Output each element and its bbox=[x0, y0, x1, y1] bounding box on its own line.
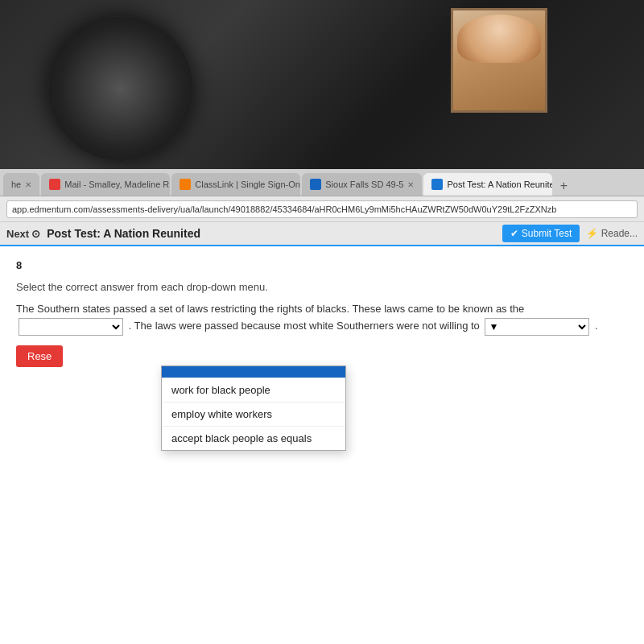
tab-sioux[interactable]: Sioux Falls SD 49-5 ✕ bbox=[302, 173, 422, 196]
tab-he[interactable]: he ✕ bbox=[3, 173, 39, 196]
question-text: The Southern states passed a set of laws… bbox=[16, 301, 628, 336]
question-part1: The Southern states passed a set of laws… bbox=[16, 303, 524, 315]
physical-background bbox=[0, 0, 644, 185]
submit-label: Submit Test bbox=[522, 228, 572, 239]
question-part2: . The laws were passed because most whit… bbox=[129, 320, 480, 332]
content-area: 8 Select the correct answer from each dr… bbox=[0, 246, 644, 644]
tab-sioux-label: Sioux Falls SD 49-5 bbox=[325, 180, 403, 189]
checkmark-icon: ✔ bbox=[510, 228, 518, 239]
toolbar: Next ⊙ Post Test: A Nation Reunited ✔ Su… bbox=[0, 222, 644, 246]
tab-classlink-label: ClassLink | Single Sign-On for Ec bbox=[195, 180, 300, 189]
next-button[interactable]: Next ⊙ bbox=[6, 228, 40, 240]
address-input[interactable] bbox=[6, 200, 638, 218]
page-title: Post Test: A Nation Reunited bbox=[47, 227, 496, 240]
dropdown-option-work[interactable]: work for black people bbox=[162, 378, 345, 402]
dropdown-2[interactable]: ▼ bbox=[485, 318, 589, 336]
next-icon: ⊙ bbox=[31, 228, 40, 240]
tab-he-close[interactable]: ✕ bbox=[25, 180, 31, 189]
classlink-favicon bbox=[180, 179, 191, 190]
reader-icon: ⚡ bbox=[586, 228, 598, 239]
tab-he-label: he bbox=[11, 180, 21, 189]
reader-label: Reade... bbox=[601, 228, 638, 239]
dropdown-option-employ[interactable]: employ white workers bbox=[162, 402, 345, 427]
dropdown-option-highlighted[interactable] bbox=[162, 366, 345, 378]
period: . bbox=[595, 320, 598, 332]
mail-favicon bbox=[49, 179, 60, 190]
new-tab-button[interactable]: + bbox=[554, 176, 573, 196]
instruction-text: Select the correct answer from each drop… bbox=[16, 281, 628, 293]
tab-classlink[interactable]: ClassLink | Single Sign-On for Ec ✕ bbox=[171, 173, 300, 196]
browser-window: he ✕ Mail - Smalley, Madeline R(S-Sso ✕ … bbox=[0, 169, 644, 644]
dropdown-1[interactable] bbox=[19, 318, 123, 336]
next-label: Next bbox=[6, 228, 29, 240]
tab-posttest-label: Post Test: A Nation Reunited bbox=[447, 180, 552, 189]
option-employ-label: employ white workers bbox=[171, 408, 272, 420]
sioux-favicon bbox=[310, 179, 321, 190]
submit-test-button[interactable]: ✔ Submit Test bbox=[502, 225, 580, 242]
reset-label: Rese bbox=[27, 350, 52, 362]
question-number: 8 bbox=[16, 259, 628, 271]
reader-button[interactable]: ⚡ Reade... bbox=[586, 228, 638, 239]
tab-bar: he ✕ Mail - Smalley, Madeline R(S-Sso ✕ … bbox=[0, 169, 644, 196]
edmentum-favicon bbox=[431, 179, 443, 190]
dropdown-overlay: work for black people employ white worke… bbox=[161, 365, 346, 451]
option-accept-label: accept black people as equals bbox=[171, 432, 312, 444]
dropdown-option-accept[interactable]: accept black people as equals bbox=[162, 427, 345, 450]
address-bar bbox=[0, 196, 644, 222]
photo-frame bbox=[451, 8, 547, 113]
reset-button[interactable]: Rese bbox=[16, 345, 63, 367]
tab-mail-label: Mail - Smalley, Madeline R(S-Sso bbox=[64, 180, 170, 189]
tab-mail[interactable]: Mail - Smalley, Madeline R(S-Sso ✕ bbox=[41, 173, 170, 196]
tab-posttest[interactable]: Post Test: A Nation Reunited ✕ bbox=[423, 173, 552, 196]
tab-sioux-close[interactable]: ✕ bbox=[407, 180, 414, 189]
option-work-label: work for black people bbox=[171, 384, 270, 396]
